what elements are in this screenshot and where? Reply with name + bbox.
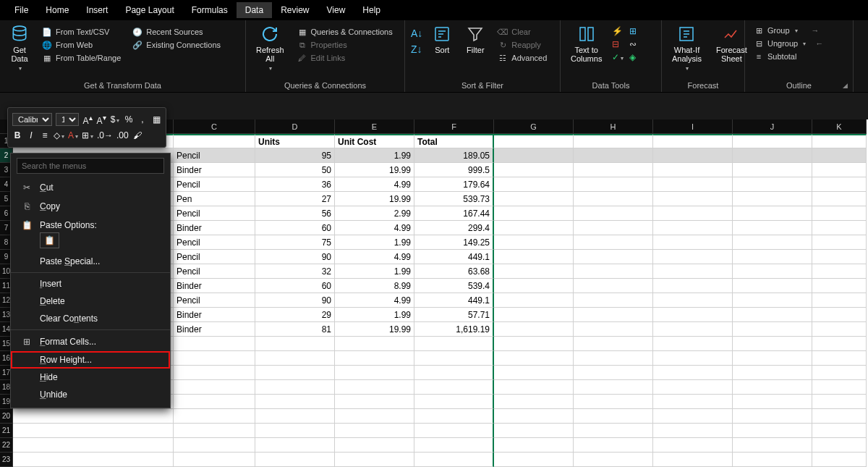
cell[interactable] — [494, 453, 574, 467]
cell[interactable]: 1.99 — [335, 148, 414, 163]
cell[interactable] — [335, 380, 414, 395]
cell[interactable]: 2.99 — [335, 206, 414, 221]
cell[interactable] — [653, 293, 733, 308]
cell[interactable] — [574, 163, 653, 177]
relationships-icon[interactable]: ∾ — [629, 39, 637, 49]
cell[interactable] — [494, 264, 574, 279]
font-color-icon[interactable]: A▾ — [68, 130, 78, 140]
filter-button[interactable]: Filter — [461, 23, 489, 89]
cell[interactable]: 19.99 — [335, 163, 414, 177]
row-header-22[interactable]: 22 — [0, 438, 13, 453]
cell[interactable] — [812, 337, 867, 351]
cell[interactable] — [574, 177, 653, 192]
cell[interactable] — [733, 264, 812, 279]
cell[interactable] — [255, 366, 335, 380]
flash-fill-icon[interactable]: ⚡ — [612, 26, 624, 36]
cell[interactable] — [574, 192, 653, 206]
cell[interactable] — [653, 264, 733, 279]
align-icon[interactable]: ≡ — [40, 130, 50, 140]
group-button[interactable]: ⊞Group▾→ — [751, 25, 847, 36]
cell[interactable] — [335, 395, 414, 409]
cell[interactable] — [174, 351, 255, 366]
menu-formulas[interactable]: Formulas — [183, 2, 237, 18]
cell[interactable]: 4.99 — [335, 221, 414, 235]
ungroup-button[interactable]: ⊟Ungroup▾← — [751, 38, 847, 49]
cell[interactable] — [653, 380, 733, 395]
cell[interactable]: Binder — [174, 308, 255, 322]
cell[interactable] — [653, 366, 733, 380]
cell[interactable] — [494, 351, 574, 366]
cell[interactable]: 4.99 — [335, 250, 414, 264]
from-web-button[interactable]: 🌐From Web — [39, 39, 124, 51]
cell[interactable]: 36 — [255, 177, 335, 192]
recent-sources-button[interactable]: 🕘Recent Sources — [129, 26, 224, 38]
menu-home[interactable]: Home — [37, 2, 77, 18]
cell[interactable]: 63.68 — [414, 264, 494, 279]
cell[interactable] — [733, 322, 812, 337]
cell[interactable]: 56 — [255, 206, 335, 221]
cell[interactable] — [574, 134, 653, 148]
cell[interactable] — [574, 453, 653, 467]
whatif-button[interactable]: What-If Analysis▾ — [668, 23, 706, 89]
cell[interactable] — [174, 337, 255, 351]
cell[interactable]: Pencil — [174, 293, 255, 308]
col-header-J[interactable]: J — [733, 119, 812, 134]
cell[interactable] — [812, 351, 867, 366]
row-header-23[interactable]: 23 — [0, 453, 13, 467]
cell[interactable] — [574, 380, 653, 395]
cell[interactable]: 60 — [255, 279, 335, 293]
cell[interactable] — [255, 424, 335, 438]
cell[interactable] — [733, 279, 812, 293]
insert-menuitem[interactable]: Insert — [11, 275, 170, 293]
refresh-all-button[interactable]: Refresh All▾ — [252, 23, 289, 89]
row-height-menuitem[interactable]: Row Height... — [11, 351, 170, 369]
accounting-format-icon[interactable]: $▾ — [110, 114, 120, 125]
manage-model-icon[interactable]: ◈ — [629, 52, 637, 62]
cell[interactable]: 539.73 — [414, 192, 494, 206]
increase-decimal-icon[interactable]: .0→ — [97, 130, 113, 140]
delete-menuitem[interactable]: Delete — [11, 293, 170, 310]
col-header-K[interactable]: K — [812, 119, 867, 134]
cell[interactable] — [653, 163, 733, 177]
cell[interactable] — [255, 438, 335, 453]
cell[interactable] — [494, 235, 574, 250]
cell[interactable] — [174, 366, 255, 380]
menu-data[interactable]: Data — [237, 2, 272, 18]
bold-icon[interactable]: B — [12, 130, 22, 140]
comma-format-icon[interactable]: , — [137, 114, 148, 125]
col-header-I[interactable]: I — [653, 119, 733, 134]
cell[interactable]: Pencil — [174, 250, 255, 264]
cell[interactable] — [174, 438, 255, 453]
cell[interactable] — [653, 148, 733, 163]
cell[interactable]: 27 — [255, 192, 335, 206]
cell[interactable] — [812, 380, 867, 395]
cell[interactable]: 1.99 — [335, 235, 414, 250]
cell[interactable]: Units — [255, 134, 335, 148]
cell[interactable] — [653, 453, 733, 467]
cell[interactable]: 189.05 — [414, 148, 494, 163]
existing-connections-button[interactable]: 🔗Existing Connections — [129, 39, 224, 51]
cell[interactable] — [174, 380, 255, 395]
cell[interactable]: Unit Cost — [335, 134, 414, 148]
cell[interactable]: Pen — [174, 192, 255, 206]
cell[interactable] — [574, 409, 653, 424]
unhide-menuitem[interactable]: Unhide — [11, 386, 170, 403]
menu-insert[interactable]: Insert — [77, 2, 116, 18]
cell[interactable] — [574, 293, 653, 308]
decrease-decimal-icon[interactable]: .00 — [116, 130, 129, 140]
cell[interactable] — [574, 351, 653, 366]
dialog-launcher-icon[interactable]: ◢ — [843, 82, 850, 89]
cell[interactable] — [653, 221, 733, 235]
cell[interactable] — [494, 221, 574, 235]
cell[interactable] — [574, 235, 653, 250]
cell[interactable] — [812, 221, 867, 235]
cell[interactable] — [812, 235, 867, 250]
get-data-button[interactable]: Get Data▾ — [6, 23, 33, 89]
cell[interactable] — [733, 293, 812, 308]
cell[interactable] — [653, 438, 733, 453]
cell[interactable] — [733, 206, 812, 221]
cell[interactable] — [653, 250, 733, 264]
cell[interactable] — [574, 424, 653, 438]
cell[interactable] — [494, 163, 574, 177]
cell[interactable] — [733, 250, 812, 264]
